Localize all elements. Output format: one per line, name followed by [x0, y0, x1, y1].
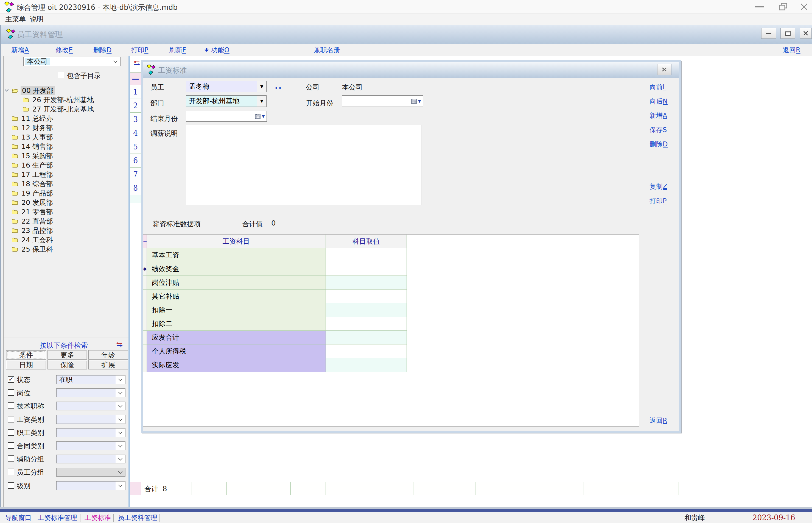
salary-item-name[interactable]: 应发合计 [147, 331, 326, 344]
tree-item[interactable]: 23 品控部 [4, 226, 129, 235]
salary-item-value[interactable] [326, 358, 407, 372]
dialog-save-button[interactable]: 保存S [649, 126, 680, 134]
salary-item-value[interactable] [326, 344, 407, 358]
salary-item-name[interactable]: 实际应发 [147, 358, 326, 372]
swap-arrows-icon[interactable] [116, 342, 123, 347]
filter-select[interactable] [56, 441, 126, 450]
salary-item-name[interactable]: 扣除二 [147, 317, 326, 331]
record-number-cell[interactable]: 1 [130, 85, 141, 99]
company-filter-combo[interactable]: 本公司 [23, 57, 120, 66]
menu-help[interactable]: 说明 [30, 14, 44, 25]
expand-arrow-icon[interactable] [5, 88, 8, 91]
tree-item[interactable]: 17 工程部 [4, 170, 129, 179]
record-number-cell[interactable]: 7 [130, 167, 141, 181]
tree-item[interactable]: 24 工会科 [4, 235, 129, 245]
toolbar-delete-button[interactable]: 删除D [93, 46, 111, 54]
toolbar-parttime-button[interactable]: 兼职名册 [314, 46, 340, 54]
filter-select[interactable] [56, 455, 126, 463]
dialog-copy-button[interactable]: 复制Z [649, 182, 680, 191]
filter-tab[interactable]: 保险 [48, 360, 87, 369]
filter-checkbox[interactable] [8, 416, 14, 422]
row-gutter-cell[interactable] [143, 331, 147, 344]
filter-select[interactable] [56, 415, 126, 424]
dropdown-arrow-icon[interactable]: ▼ [418, 98, 421, 104]
salary-item-value[interactable] [326, 303, 407, 317]
toolbar-print-button[interactable]: 打印P [131, 46, 148, 54]
dialog-delete-button[interactable]: 删除D [649, 140, 680, 149]
employee-combo[interactable]: 孟冬梅 ▼ [186, 81, 267, 92]
salary-item-name[interactable]: 个人所得税 [147, 344, 326, 358]
salary-item-name[interactable]: 其它补贴 [147, 289, 326, 303]
child-close-button[interactable] [800, 28, 812, 39]
table-corner-cell[interactable]: — [143, 235, 147, 248]
salary-item-value[interactable] [326, 289, 407, 303]
row-gutter-cell[interactable] [143, 248, 147, 262]
tree-item[interactable]: 21 零售部 [4, 207, 129, 216]
employee-more-link[interactable]: .. [275, 82, 282, 91]
end-month-field[interactable]: ▼ [186, 111, 267, 122]
salary-item-value[interactable] [326, 276, 407, 289]
tree-item[interactable]: 00 开发部 [4, 86, 129, 95]
tree-item[interactable]: 27 开发部-北京基地 [4, 104, 129, 114]
tree-item[interactable]: 19 产品部 [4, 188, 129, 198]
dialog-prev-button[interactable]: 向前L [649, 83, 680, 91]
record-number-cell[interactable]: 2 [130, 99, 141, 113]
window-restore-button[interactable] [775, 0, 791, 14]
status-salary-standard[interactable]: 工资标准 [84, 512, 111, 523]
tree-item[interactable]: 22 直营部 [4, 216, 129, 226]
status-salary-mgmt[interactable]: 工资标准管理 [38, 512, 77, 523]
filter-checkbox[interactable]: ✓ [8, 376, 14, 383]
row-gutter-cell[interactable] [143, 358, 147, 372]
toolbar-function-button[interactable]: 功能O [211, 46, 229, 54]
dropdown-arrow-icon[interactable]: ▼ [262, 114, 265, 119]
row-gutter-cell[interactable] [143, 317, 147, 331]
filter-checkbox[interactable] [8, 429, 14, 436]
tree-item[interactable]: 11 总经办 [4, 114, 129, 123]
salary-item-name[interactable]: 绩效奖金 [147, 262, 326, 276]
record-number-cell[interactable]: 6 [130, 154, 141, 167]
current-row-marker[interactable]: ◆ [143, 262, 147, 276]
filter-select[interactable] [56, 428, 126, 437]
dialog-print-button[interactable]: 打印P [649, 197, 680, 205]
filter-tab[interactable]: 年龄 [88, 350, 128, 360]
child-restore-button[interactable] [780, 28, 795, 39]
menu-main[interactable]: 主菜单 [5, 14, 26, 25]
filter-checkbox[interactable] [8, 455, 14, 462]
toolbar-return-button[interactable]: 返回R [782, 46, 800, 54]
dialog-add-button[interactable]: 新增A [649, 111, 680, 120]
filter-checkbox[interactable] [8, 469, 14, 475]
tree-item[interactable]: 16 生产部 [4, 160, 129, 170]
salary-item-value[interactable] [326, 317, 407, 331]
record-number-cell[interactable]: 3 [130, 113, 141, 126]
dialog-return-button[interactable]: 返回R [649, 416, 680, 425]
filter-checkbox[interactable] [8, 389, 14, 396]
dialog-close-button[interactable] [657, 64, 672, 75]
filter-select[interactable] [56, 481, 126, 490]
filter-tab[interactable]: 日期 [6, 360, 46, 369]
status-employee-mgmt[interactable]: 员工资料管理 [118, 512, 157, 523]
include-subdirs-checkbox[interactable] [58, 72, 64, 78]
row-gutter-cell[interactable] [143, 344, 147, 358]
filter-select[interactable] [56, 389, 126, 397]
status-nav-window[interactable]: 导航窗口 [5, 512, 32, 523]
tree-item[interactable]: 12 财务部 [4, 123, 129, 132]
row-gutter-cell[interactable] [143, 303, 147, 317]
department-combo[interactable]: 开发部-杭州基地 ▼ [186, 95, 267, 107]
filter-checkbox[interactable] [8, 482, 14, 489]
filter-select[interactable]: 在职 [56, 375, 126, 384]
filter-checkbox[interactable] [8, 402, 14, 409]
filter-tab[interactable]: 扩展 [88, 360, 128, 369]
tree-item[interactable]: 26 开发部-杭州基地 [4, 95, 129, 104]
window-minimize-button[interactable] [751, 0, 768, 14]
tree-item[interactable]: 18 综合部 [4, 179, 129, 188]
tree-item[interactable]: 15 采购部 [4, 151, 129, 160]
salary-item-name[interactable]: 基本工资 [147, 248, 326, 262]
salary-item-value[interactable] [326, 262, 407, 276]
tree-item[interactable]: 14 销售部 [4, 142, 129, 151]
tree-item[interactable]: 20 发展部 [4, 198, 129, 207]
salary-item-name[interactable]: 岗位津贴 [147, 276, 326, 289]
toolbar-edit-button[interactable]: 修改E [55, 46, 73, 54]
filter-tab[interactable]: 条件 [6, 350, 46, 360]
window-close-button[interactable] [796, 0, 812, 14]
start-month-field[interactable]: ▼ [342, 95, 423, 107]
